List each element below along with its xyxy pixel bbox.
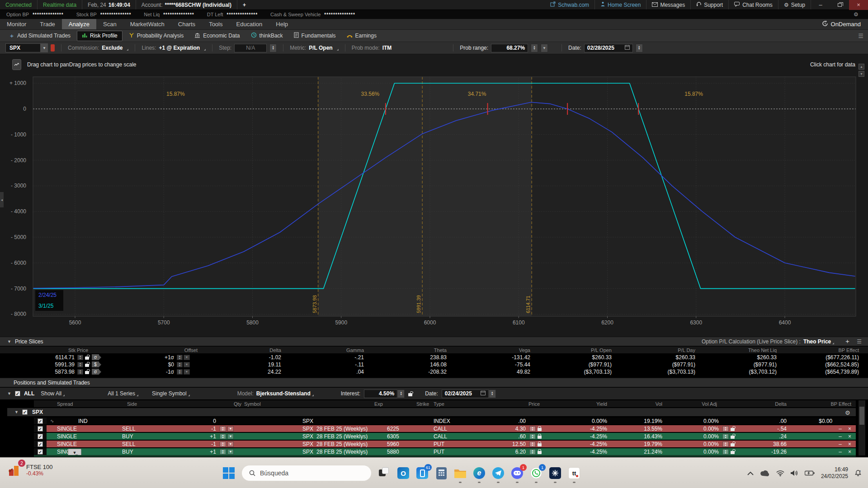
collapse-caret-icon[interactable]: ▼ [7,391,11,396]
price-stepper[interactable]: ▲▼ [529,441,536,447]
edge-app-icon[interactable]: e [473,467,486,479]
qty-value[interactable]: +1 [171,449,216,455]
col-type[interactable]: Type [431,401,476,407]
calculator-app-icon[interactable] [435,467,448,479]
position-row[interactable]: ✓ ∿ IND 0 ▲▼ ▼ SPX INDEX .00 ▲▼ 0.00% 19… [34,418,856,424]
qty-dropdown-icon[interactable]: ▼ [227,434,234,439]
spread-value[interactable]: SINGLE [57,441,77,447]
show-all-dropdown[interactable]: Show All [41,390,61,397]
row-checkbox[interactable]: ✓ [38,426,43,432]
qty-dropdown-icon[interactable]: ▼ [227,441,234,447]
slice-offset-dropdown-icon[interactable]: ▼ [184,369,190,375]
col-price[interactable]: Price [476,401,551,407]
exp-value[interactable]: 28 FEB 25 (Weeklys) [313,441,386,447]
ondemand-button[interactable]: OnDemand [815,19,868,29]
vol-adj-value[interactable]: 0.00% [662,449,719,455]
restore-button[interactable] [830,0,849,10]
slice-offset-dropdown-icon[interactable]: ▼ [184,362,190,367]
interest-input[interactable]: 4.50% [364,389,397,398]
vol-adj-unlock-icon[interactable] [731,451,735,454]
side-value[interactable]: SELL [121,441,171,447]
unlock-icon[interactable] [85,364,89,367]
price-lock-icon[interactable] [538,451,542,454]
balance-bar-gear-icon[interactable]: ⚙ [854,11,859,18]
prob-range-stepper[interactable]: ▲▼ [531,44,538,52]
symbol-group-row[interactable]: ▼ ✓ SPX [7,408,856,416]
nav-tab[interactable]: Scan [96,19,123,29]
support-link[interactable]: Support [691,0,729,9]
spread-value[interactable]: SINGLE [57,426,77,432]
thinkorswim-app-icon[interactable] [549,467,561,479]
strike-value[interactable]: 6305 [386,433,431,440]
remove-row-minus-button[interactable]: – [839,426,842,432]
qty-value[interactable]: -1 [171,441,216,447]
setup-link[interactable]: ⚙ Setup [778,0,811,9]
series-dropdown[interactable]: All 1 Series [108,390,135,397]
lines-value[interactable]: +1 @ Expiration [159,45,200,51]
slice-offset-stepper[interactable]: ▲▼ [177,355,183,360]
vol-adj-value[interactable]: 0.00% [662,441,719,447]
type-value[interactable]: PUT [431,441,476,447]
fundamentals-button[interactable]: Fundamentals [289,31,340,41]
price-stepper[interactable]: ▲▼ [529,449,536,455]
tray-chevron-icon[interactable] [747,471,754,475]
qty-stepper[interactable]: ▲▼ [220,441,226,447]
strike-value[interactable]: 6225 [386,426,431,432]
price-value[interactable]: 6.20 [476,449,526,455]
risk-profile-chart[interactable]: 5873.985991.396114.715600570058005900600… [0,54,868,337]
expiration-date-input[interactable]: 02/28/2025 [584,44,633,52]
date-stepper[interactable]: ▲▼ [636,44,643,52]
positions-gear-icon[interactable]: ⚙ [845,409,850,416]
slice-mode-badge[interactable]: σ [92,354,99,360]
prob-mode-value[interactable]: ITM [382,45,392,51]
side-value[interactable]: BUY [121,433,171,440]
type-value[interactable]: INDEX [431,418,476,424]
chart-scroll-down-button[interactable]: ▼ [859,71,864,77]
slices-menu-icon[interactable]: ☰ [857,338,862,345]
wifi-icon[interactable] [776,470,784,476]
price-slice-row[interactable]: 5991.39 ▲▼ $ $0 ▲▼ ▼ 19.11 -.11 146.08 -… [0,361,868,368]
group-caret-icon[interactable]: ▼ [14,410,19,414]
onedrive-icon[interactable] [760,470,770,476]
remove-row-x-button[interactable]: × [848,433,851,440]
col-pl-day[interactable]: P/L Day [612,347,695,353]
price-lock-icon[interactable] [538,443,542,446]
nav-tab[interactable]: MarketWatch [123,19,171,29]
remove-row-x-button[interactable]: × [848,441,851,447]
vol-adj-stepper[interactable]: ▲▼ [722,441,729,447]
phone-link-app-icon[interactable]: 61 [416,467,429,479]
search-box[interactable]: Búsqueda [241,465,372,481]
col-qty[interactable]: Qty [171,401,243,407]
taskbar-widget[interactable]: ✔ 2 FTSE 100 -0.43% [8,463,53,477]
spread-value[interactable]: SINGLE [57,433,77,440]
slice-offset-dropdown-icon[interactable]: ▼ [184,355,190,360]
col-vol[interactable]: Vol [607,401,662,407]
price-value[interactable]: .60 [476,433,526,440]
pl-calc-value[interactable]: Theo Price [803,338,831,345]
chart-style-button[interactable] [12,59,21,70]
calendar-icon[interactable] [481,390,486,397]
qty-stepper[interactable]: ▲▼ [220,426,226,432]
type-value[interactable]: CALL [431,426,476,432]
symbol-input[interactable]: SPX [5,43,41,52]
vol-adj-unlock-icon[interactable] [731,436,735,439]
exp-value[interactable]: 28 FEB 25 (Weeklys) [313,433,386,440]
qty-stepper[interactable]: ▲▼ [220,434,226,439]
slice-price[interactable]: 5991.39 [0,361,75,368]
calendar-icon[interactable] [625,45,630,51]
col-strike[interactable]: Strike [386,401,431,407]
step-input[interactable]: N/A [234,44,267,52]
slice-offset-stepper[interactable]: ▲▼ [177,362,183,367]
type-value[interactable]: CALL [431,433,476,440]
close-button[interactable]: × [849,0,868,10]
model-value[interactable]: Bjerksund-Stensland [256,390,311,397]
row-checkbox[interactable]: ✓ [38,418,43,424]
home-screen-link[interactable]: Home Screen [595,0,646,9]
price-value[interactable]: .00 [476,418,526,424]
vol-adj-value[interactable]: 0.00% [662,418,719,424]
file-explorer-app-icon[interactable] [454,467,467,479]
vol-adj-stepper[interactable]: ▲▼ [722,434,729,439]
qty-value[interactable]: 0 [171,418,216,424]
add-simulated-trades-button[interactable]: ＋ Add Simulated Trades [5,31,75,41]
position-row[interactable]: ✓ ∿ SINGLE SELL -1 ▲▼ ▼ SPX 28 FEB 25 (W… [34,441,856,447]
